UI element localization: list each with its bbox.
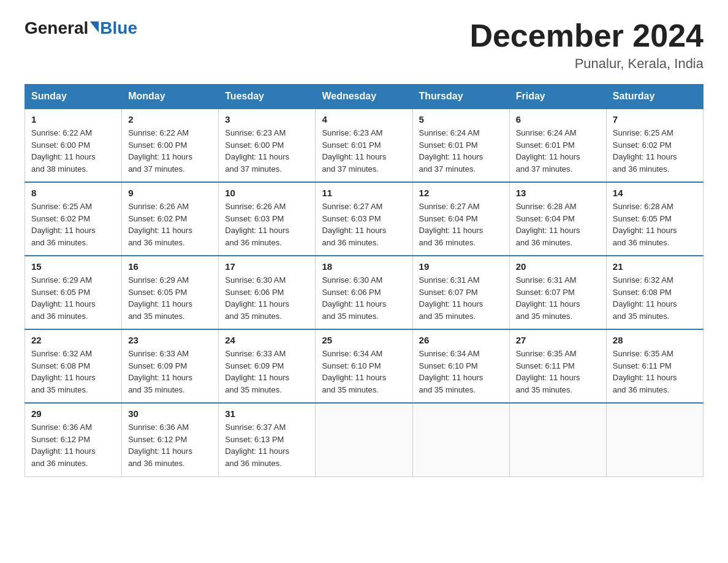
title-section: December 2024 Punalur, Kerala, India bbox=[469, 18, 703, 72]
day-info: Sunrise: 6:23 AMSunset: 6:00 PMDaylight:… bbox=[225, 128, 289, 174]
month-title: December 2024 bbox=[469, 18, 703, 53]
day-info: Sunrise: 6:25 AMSunset: 6:02 PMDaylight:… bbox=[31, 202, 96, 247]
calendar-cell: 19 Sunrise: 6:31 AMSunset: 6:07 PMDaylig… bbox=[412, 256, 509, 329]
day-number: 25 bbox=[322, 335, 406, 345]
day-info: Sunrise: 6:26 AMSunset: 6:03 PMDaylight:… bbox=[225, 202, 289, 247]
calendar-cell: 16 Sunrise: 6:29 AMSunset: 6:05 PMDaylig… bbox=[122, 256, 219, 329]
calendar-cell: 15 Sunrise: 6:29 AMSunset: 6:05 PMDaylig… bbox=[25, 256, 122, 329]
calendar-cell bbox=[316, 403, 412, 477]
day-info: Sunrise: 6:23 AMSunset: 6:01 PMDaylight:… bbox=[322, 128, 386, 174]
day-number: 23 bbox=[128, 335, 212, 345]
day-info: Sunrise: 6:29 AMSunset: 6:05 PMDaylight:… bbox=[128, 275, 192, 321]
col-header-friday: Friday bbox=[509, 85, 606, 109]
day-number: 8 bbox=[31, 188, 115, 198]
col-header-wednesday: Wednesday bbox=[316, 85, 412, 109]
day-info: Sunrise: 6:35 AMSunset: 6:11 PMDaylight:… bbox=[516, 349, 580, 394]
day-number: 13 bbox=[516, 188, 600, 198]
day-info: Sunrise: 6:22 AMSunset: 6:00 PMDaylight:… bbox=[31, 128, 96, 174]
calendar-cell: 1 Sunrise: 6:22 AMSunset: 6:00 PMDayligh… bbox=[25, 109, 122, 182]
logo: General Blue bbox=[25, 18, 137, 38]
day-info: Sunrise: 6:34 AMSunset: 6:10 PMDaylight:… bbox=[419, 349, 483, 394]
calendar-cell: 25 Sunrise: 6:34 AMSunset: 6:10 PMDaylig… bbox=[316, 329, 412, 403]
calendar-cell: 29 Sunrise: 6:36 AMSunset: 6:12 PMDaylig… bbox=[25, 403, 122, 477]
day-info: Sunrise: 6:33 AMSunset: 6:09 PMDaylight:… bbox=[128, 349, 192, 394]
day-info: Sunrise: 6:24 AMSunset: 6:01 PMDaylight:… bbox=[516, 128, 580, 174]
calendar-cell: 17 Sunrise: 6:30 AMSunset: 6:06 PMDaylig… bbox=[219, 256, 316, 329]
calendar-cell: 10 Sunrise: 6:26 AMSunset: 6:03 PMDaylig… bbox=[219, 182, 316, 256]
calendar-cell: 22 Sunrise: 6:32 AMSunset: 6:08 PMDaylig… bbox=[25, 329, 122, 403]
day-number: 4 bbox=[322, 114, 406, 124]
calendar-cell: 23 Sunrise: 6:33 AMSunset: 6:09 PMDaylig… bbox=[122, 329, 219, 403]
day-info: Sunrise: 6:28 AMSunset: 6:04 PMDaylight:… bbox=[516, 202, 580, 247]
day-number: 28 bbox=[613, 335, 697, 345]
day-info: Sunrise: 6:27 AMSunset: 6:04 PMDaylight:… bbox=[419, 202, 483, 247]
day-number: 22 bbox=[31, 335, 115, 345]
day-info: Sunrise: 6:22 AMSunset: 6:00 PMDaylight:… bbox=[128, 128, 192, 174]
calendar-cell: 8 Sunrise: 6:25 AMSunset: 6:02 PMDayligh… bbox=[25, 182, 122, 256]
day-info: Sunrise: 6:33 AMSunset: 6:09 PMDaylight:… bbox=[225, 349, 289, 394]
day-number: 6 bbox=[516, 114, 600, 124]
day-number: 1 bbox=[31, 114, 115, 124]
calendar-week-row: 8 Sunrise: 6:25 AMSunset: 6:02 PMDayligh… bbox=[25, 182, 703, 256]
calendar-cell: 11 Sunrise: 6:27 AMSunset: 6:03 PMDaylig… bbox=[316, 182, 412, 256]
col-header-tuesday: Tuesday bbox=[219, 85, 316, 109]
day-info: Sunrise: 6:32 AMSunset: 6:08 PMDaylight:… bbox=[31, 349, 96, 394]
day-number: 11 bbox=[322, 188, 406, 198]
calendar-cell: 2 Sunrise: 6:22 AMSunset: 6:00 PMDayligh… bbox=[122, 109, 219, 182]
calendar-cell: 20 Sunrise: 6:31 AMSunset: 6:07 PMDaylig… bbox=[509, 256, 606, 329]
day-info: Sunrise: 6:30 AMSunset: 6:06 PMDaylight:… bbox=[322, 275, 386, 321]
calendar-cell: 14 Sunrise: 6:28 AMSunset: 6:05 PMDaylig… bbox=[606, 182, 703, 256]
day-number: 21 bbox=[613, 261, 697, 272]
day-number: 26 bbox=[419, 335, 503, 345]
day-info: Sunrise: 6:36 AMSunset: 6:12 PMDaylight:… bbox=[31, 423, 96, 468]
day-number: 12 bbox=[419, 188, 503, 198]
day-number: 18 bbox=[322, 261, 406, 272]
day-number: 5 bbox=[419, 114, 503, 124]
day-info: Sunrise: 6:35 AMSunset: 6:11 PMDaylight:… bbox=[613, 349, 677, 394]
location: Punalur, Kerala, India bbox=[469, 56, 703, 72]
day-number: 24 bbox=[225, 335, 309, 345]
day-number: 17 bbox=[225, 261, 309, 272]
day-info: Sunrise: 6:31 AMSunset: 6:07 PMDaylight:… bbox=[419, 275, 483, 321]
day-info: Sunrise: 6:26 AMSunset: 6:02 PMDaylight:… bbox=[128, 202, 192, 247]
calendar-table: SundayMondayTuesdayWednesdayThursdayFrid… bbox=[25, 84, 703, 477]
calendar-cell: 24 Sunrise: 6:33 AMSunset: 6:09 PMDaylig… bbox=[219, 329, 316, 403]
day-info: Sunrise: 6:25 AMSunset: 6:02 PMDaylight:… bbox=[613, 128, 677, 174]
calendar-week-row: 22 Sunrise: 6:32 AMSunset: 6:08 PMDaylig… bbox=[25, 329, 703, 403]
page-header: General Blue December 2024 Punalur, Kera… bbox=[25, 18, 703, 72]
calendar-cell bbox=[509, 403, 606, 477]
logo-general: General bbox=[25, 18, 88, 38]
day-number: 29 bbox=[31, 408, 115, 419]
day-info: Sunrise: 6:24 AMSunset: 6:01 PMDaylight:… bbox=[419, 128, 483, 174]
col-header-monday: Monday bbox=[122, 85, 219, 109]
day-info: Sunrise: 6:29 AMSunset: 6:05 PMDaylight:… bbox=[31, 275, 96, 321]
col-header-sunday: Sunday bbox=[25, 85, 122, 109]
logo-blue: Blue bbox=[100, 18, 137, 38]
calendar-week-row: 15 Sunrise: 6:29 AMSunset: 6:05 PMDaylig… bbox=[25, 256, 703, 329]
day-number: 7 bbox=[613, 114, 697, 124]
calendar-cell: 7 Sunrise: 6:25 AMSunset: 6:02 PMDayligh… bbox=[606, 109, 703, 182]
calendar-cell: 18 Sunrise: 6:30 AMSunset: 6:06 PMDaylig… bbox=[316, 256, 412, 329]
day-number: 31 bbox=[225, 408, 309, 419]
day-number: 3 bbox=[225, 114, 309, 124]
day-info: Sunrise: 6:32 AMSunset: 6:08 PMDaylight:… bbox=[613, 275, 677, 321]
calendar-cell: 5 Sunrise: 6:24 AMSunset: 6:01 PMDayligh… bbox=[412, 109, 509, 182]
day-info: Sunrise: 6:28 AMSunset: 6:05 PMDaylight:… bbox=[613, 202, 677, 247]
calendar-cell: 28 Sunrise: 6:35 AMSunset: 6:11 PMDaylig… bbox=[606, 329, 703, 403]
logo-arrow-icon bbox=[90, 21, 99, 33]
calendar-cell: 9 Sunrise: 6:26 AMSunset: 6:02 PMDayligh… bbox=[122, 182, 219, 256]
day-info: Sunrise: 6:37 AMSunset: 6:13 PMDaylight:… bbox=[225, 423, 289, 468]
calendar-header-row: SundayMondayTuesdayWednesdayThursdayFrid… bbox=[25, 85, 703, 109]
calendar-cell: 4 Sunrise: 6:23 AMSunset: 6:01 PMDayligh… bbox=[316, 109, 412, 182]
calendar-cell: 6 Sunrise: 6:24 AMSunset: 6:01 PMDayligh… bbox=[509, 109, 606, 182]
logo-text: General Blue bbox=[25, 18, 137, 38]
day-info: Sunrise: 6:36 AMSunset: 6:12 PMDaylight:… bbox=[128, 423, 192, 468]
day-number: 2 bbox=[128, 114, 212, 124]
calendar-cell: 3 Sunrise: 6:23 AMSunset: 6:00 PMDayligh… bbox=[219, 109, 316, 182]
calendar-cell: 26 Sunrise: 6:34 AMSunset: 6:10 PMDaylig… bbox=[412, 329, 509, 403]
day-info: Sunrise: 6:31 AMSunset: 6:07 PMDaylight:… bbox=[516, 275, 580, 321]
calendar-cell: 30 Sunrise: 6:36 AMSunset: 6:12 PMDaylig… bbox=[122, 403, 219, 477]
col-header-saturday: Saturday bbox=[606, 85, 703, 109]
calendar-cell: 13 Sunrise: 6:28 AMSunset: 6:04 PMDaylig… bbox=[509, 182, 606, 256]
calendar-week-row: 29 Sunrise: 6:36 AMSunset: 6:12 PMDaylig… bbox=[25, 403, 703, 477]
